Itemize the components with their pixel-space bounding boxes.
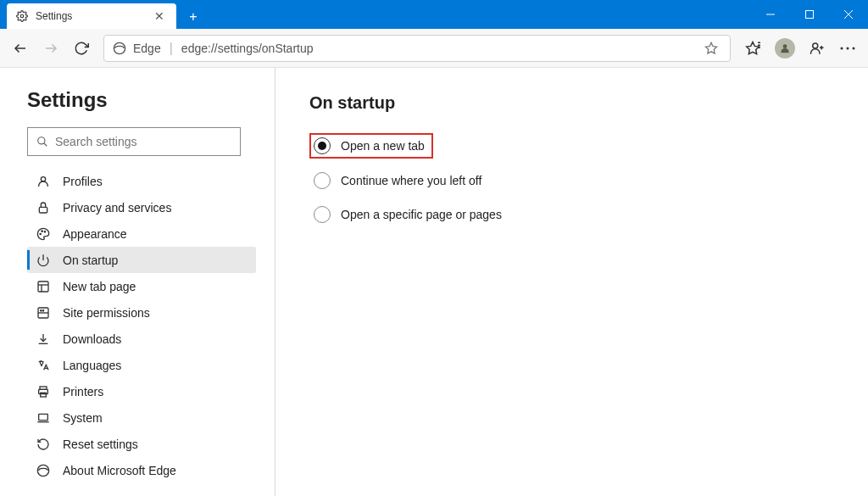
radio-button[interactable] — [314, 137, 331, 154]
radio-button[interactable] — [314, 206, 331, 223]
sidebar-item-label: Site permissions — [63, 306, 150, 320]
toolbar-right — [737, 33, 863, 64]
sidebar-item-sitepermissions[interactable]: Site permissions — [27, 299, 256, 326]
edge-icon — [36, 463, 51, 478]
download-icon — [36, 332, 51, 347]
person-icon — [36, 174, 51, 189]
svg-point-26 — [44, 231, 45, 231]
power-icon — [36, 253, 51, 268]
svg-point-17 — [841, 47, 843, 49]
window-controls — [751, 0, 868, 29]
address-scheme-label: Edge — [133, 42, 161, 55]
sidebar-item-onstartup[interactable]: On startup — [27, 247, 256, 273]
startup-option-newtab[interactable]: Open a new tab — [309, 133, 433, 159]
address-bar[interactable]: Edge | edge://settings/onStartup — [103, 35, 731, 62]
close-window-button[interactable] — [829, 0, 868, 29]
browser-tab-settings[interactable]: Settings ✕ — [7, 3, 176, 29]
tab-label: Settings — [36, 10, 151, 22]
sidebar-item-privacy[interactable]: Privacy and services — [27, 194, 256, 220]
svg-point-14 — [813, 43, 818, 48]
back-button[interactable] — [5, 33, 36, 64]
svg-point-18 — [847, 47, 849, 49]
svg-point-22 — [41, 176, 45, 181]
account-button[interactable] — [802, 33, 832, 64]
reset-icon — [36, 437, 51, 452]
svg-rect-40 — [39, 414, 48, 420]
printer-icon — [36, 384, 51, 399]
favorites-button[interactable] — [737, 33, 768, 64]
menu-button[interactable] — [832, 33, 863, 64]
main-panel: On startup Open a new tabContinue where … — [275, 68, 868, 496]
svg-line-21 — [44, 143, 47, 147]
radio-button[interactable] — [314, 172, 331, 189]
sidebar-item-label: Profiles — [63, 175, 103, 188]
sidebar-item-profiles[interactable]: Profiles — [27, 168, 256, 194]
startup-options: Open a new tabContinue where you left of… — [309, 133, 834, 231]
sidebar-item-label: About Microsoft Edge — [63, 464, 176, 477]
refresh-button[interactable] — [66, 33, 97, 64]
close-tab-icon[interactable]: ✕ — [151, 8, 168, 25]
sidebar-item-newtab[interactable]: New tab page — [27, 273, 256, 299]
minimize-button[interactable] — [751, 0, 790, 29]
sidebar-item-downloads[interactable]: Downloads — [27, 326, 256, 352]
sidebar: Settings ProfilesPrivacy and servicesApp… — [0, 68, 275, 496]
svg-point-24 — [40, 233, 41, 234]
new-tab-button[interactable]: + — [181, 5, 205, 29]
maximize-button[interactable] — [790, 0, 829, 29]
sidebar-item-languages[interactable]: Languages — [27, 352, 256, 378]
edge-logo-icon — [113, 42, 126, 55]
search-settings-input[interactable] — [55, 135, 231, 148]
sidebar-item-appearance[interactable]: Appearance — [27, 220, 256, 247]
svg-rect-2 — [806, 11, 814, 19]
forward-button[interactable] — [36, 33, 66, 64]
svg-marker-9 — [747, 42, 760, 53]
grid-icon — [36, 279, 51, 294]
sidebar-item-label: Appearance — [63, 227, 127, 241]
toolbar: Edge | edge://settings/onStartup — [0, 29, 868, 68]
sidebar-item-reset[interactable]: Reset settings — [27, 431, 256, 457]
lock-icon — [36, 200, 51, 215]
svg-rect-28 — [38, 281, 48, 292]
settings-nav: ProfilesPrivacy and servicesAppearanceOn… — [27, 168, 256, 483]
radio-label: Continue where you left off — [341, 174, 481, 187]
sidebar-item-label: Downloads — [63, 332, 121, 346]
content: Settings ProfilesPrivacy and servicesApp… — [0, 68, 868, 496]
profile-avatar[interactable] — [775, 38, 795, 59]
language-icon — [36, 358, 51, 373]
radio-label: Open a specific page or pages — [341, 208, 502, 221]
sidebar-item-label: Reset settings — [63, 437, 138, 451]
laptop-icon — [36, 410, 51, 426]
titlebar: Settings ✕ + — [0, 0, 868, 29]
svg-point-25 — [42, 231, 42, 231]
svg-point-32 — [41, 309, 42, 310]
svg-point-20 — [38, 137, 45, 144]
sidebar-item-label: System — [63, 411, 103, 425]
sidebar-item-about[interactable]: About Microsoft Edge — [27, 457, 256, 483]
svg-point-33 — [42, 309, 43, 310]
palette-icon — [36, 226, 51, 242]
search-settings-box[interactable] — [27, 127, 241, 156]
sidebar-item-label: New tab page — [63, 280, 136, 293]
svg-marker-8 — [705, 42, 716, 53]
favorite-star-icon[interactable] — [701, 38, 721, 59]
svg-point-19 — [853, 47, 855, 49]
gear-icon — [15, 9, 29, 23]
sidebar-item-system[interactable]: System — [27, 404, 256, 431]
svg-point-0 — [20, 14, 24, 18]
sidebar-item-printers[interactable]: Printers — [27, 378, 256, 404]
startup-option-continue[interactable]: Continue where you left off — [309, 164, 834, 198]
address-url: edge://settings/onStartup — [181, 42, 701, 55]
tab-strip: Settings ✕ + — [0, 0, 205, 29]
sidebar-item-label: Printers — [63, 385, 103, 398]
section-title: On startup — [309, 93, 834, 113]
search-icon — [36, 136, 48, 148]
startup-option-specific[interactable]: Open a specific page or pages — [309, 198, 834, 231]
svg-point-13 — [783, 44, 787, 48]
address-separator: | — [170, 41, 173, 56]
sidebar-item-label: Languages — [63, 359, 121, 372]
radio-label: Open a new tab — [341, 139, 425, 153]
svg-rect-23 — [39, 207, 47, 213]
site-icon — [36, 305, 51, 320]
sidebar-item-label: On startup — [63, 254, 118, 267]
page-title: Settings — [27, 88, 256, 112]
